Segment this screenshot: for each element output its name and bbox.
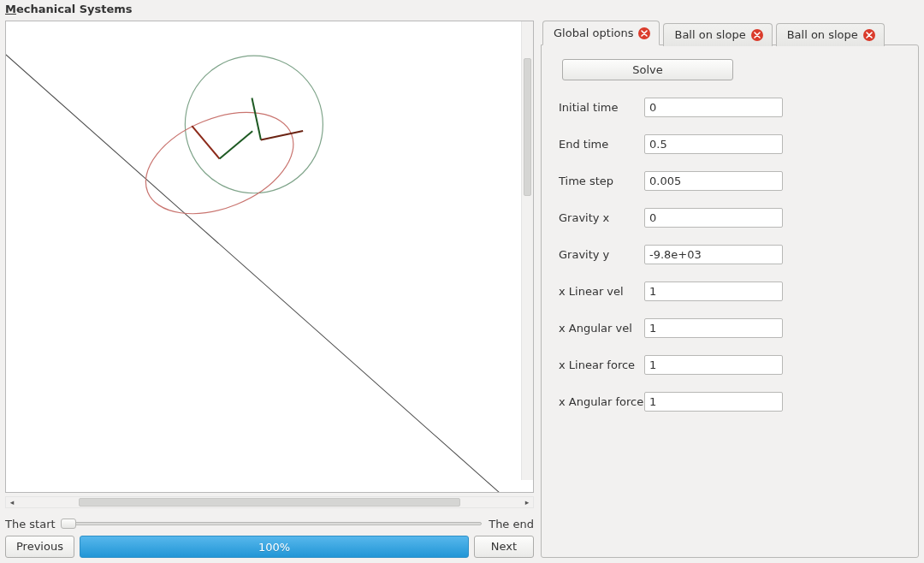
x-angular-vel-input[interactable] [644, 318, 783, 338]
tab-label: Ball on slope [787, 28, 858, 41]
x-linear-force-input[interactable] [644, 355, 783, 375]
gravity-y-label: Gravity y [559, 248, 637, 261]
previous-button[interactable]: Previous [5, 536, 74, 558]
svg-point-2 [131, 92, 308, 233]
close-icon[interactable] [751, 29, 763, 41]
next-button[interactable]: Next [474, 536, 534, 558]
slider-end-label: The end [489, 518, 534, 530]
simulation-canvas[interactable] [5, 21, 534, 493]
slider-start-label: The start [5, 518, 56, 530]
end-time-input[interactable] [644, 134, 783, 154]
tab-bar: Global options Ball on slope Ball on slo… [541, 21, 919, 45]
gravity-x-label: Gravity x [559, 211, 637, 224]
svg-line-5 [252, 98, 260, 139]
initial-time-label: Initial time [559, 101, 637, 114]
slider-knob[interactable] [61, 519, 76, 529]
canvas-hscrollbar[interactable]: ◂ ▸ [5, 496, 534, 508]
solve-button[interactable]: Solve [562, 59, 733, 80]
tab-label: Ball on slope [674, 28, 745, 41]
scene-svg [6, 21, 533, 492]
svg-line-6 [261, 131, 303, 139]
close-icon[interactable] [638, 27, 650, 39]
progress-text: 100% [258, 541, 290, 554]
gravity-x-input[interactable] [644, 208, 783, 228]
svg-line-3 [192, 126, 219, 158]
x-linear-vel-label: x Linear vel [559, 285, 637, 298]
initial-time-input[interactable] [644, 98, 783, 117]
tab-ball-on-slope-1[interactable]: Ball on slope [663, 23, 772, 46]
x-linear-vel-input[interactable] [644, 282, 783, 301]
x-angular-force-input[interactable] [644, 392, 783, 412]
scroll-left-icon[interactable]: ◂ [6, 497, 18, 507]
progress-bar: 100% [80, 536, 469, 558]
tab-label: Global options [554, 27, 633, 39]
options-panel: Solve Initial time End time Time step Gr… [541, 44, 919, 558]
end-time-label: End time [559, 138, 637, 151]
time-step-input[interactable] [644, 171, 783, 191]
close-icon[interactable] [863, 29, 875, 41]
x-linear-force-label: x Linear force [559, 359, 637, 371]
x-angular-vel-label: x Angular vel [559, 322, 637, 335]
time-step-label: Time step [559, 175, 637, 187]
tab-global-options[interactable]: Global options [542, 21, 660, 45]
svg-point-1 [185, 56, 323, 193]
svg-line-4 [220, 131, 253, 158]
time-slider[interactable] [62, 517, 483, 530]
window-title: Mechanical Systems [0, 0, 924, 21]
scroll-right-icon[interactable]: ▸ [521, 497, 533, 507]
x-angular-force-label: x Angular force [559, 395, 637, 408]
canvas-vscrollbar[interactable] [521, 21, 533, 480]
gravity-y-input[interactable] [644, 245, 783, 264]
tab-ball-on-slope-2[interactable]: Ball on slope [776, 23, 885, 46]
